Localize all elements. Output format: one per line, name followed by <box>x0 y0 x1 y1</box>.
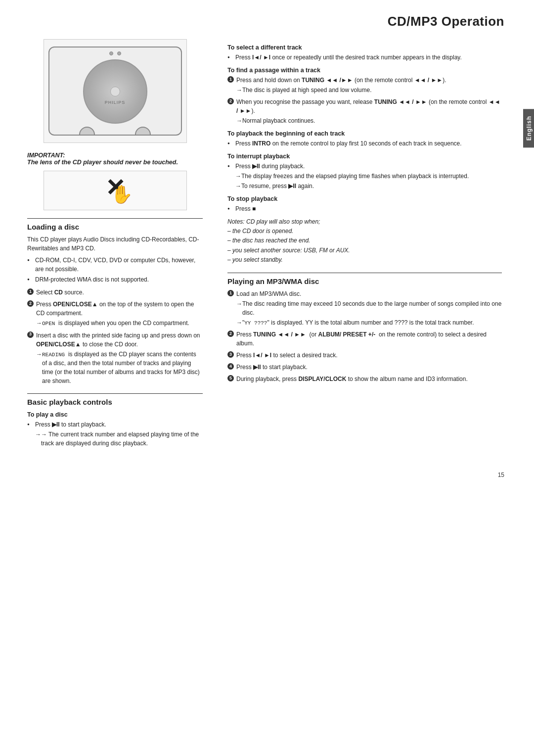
hand-icon: ✋ <box>111 184 133 205</box>
cd-dot-2 <box>117 51 121 55</box>
note-item: – you select standby. <box>227 255 502 265</box>
touch-warning-image: ✕ ✋ <box>44 171 187 210</box>
arrow-note: READING is displayed as the CD player sc… <box>36 350 203 386</box>
arrow-note: The disc is played at high speed and low… <box>236 86 502 94</box>
interrupt-playback-bullets: Press ▶II during playback. The display f… <box>227 162 502 190</box>
loading-disc-bullets: CD-ROM, CD-I, CDV, VCD, DVD or computer … <box>27 256 203 284</box>
note-item: – the disc has reached the end. <box>227 236 502 245</box>
list-item: 4 Press ▶II to start playback. <box>227 363 502 372</box>
select-track-title: To select a different track <box>227 44 502 51</box>
step-badge: 2 <box>227 331 234 337</box>
language-tab: English <box>523 109 534 147</box>
playback-beginning-title: To playback the beginning of each track <box>227 130 502 137</box>
list-item: CD-ROM, CD-I, CDV, VCD, DVD or computer … <box>27 256 203 274</box>
left-column: PHILIPS IMPORTANT: The lens of the CD pl… <box>0 34 218 467</box>
page-title: CD/MP3 Operation <box>0 0 534 34</box>
step-badge-1: 1 <box>27 288 34 295</box>
stop-playback-title: To stop playback <box>227 195 502 202</box>
important-box: IMPORTANT: The lens of the CD player sho… <box>27 152 203 166</box>
find-passage-steps: 1 Press and hold down on TUNING ◄◄ /►► (… <box>227 76 502 125</box>
select-track-bullets: Press I◄/ ►I once or repeatedly until th… <box>227 53 502 62</box>
list-item: 2 When you recognise the passage you wan… <box>227 97 502 125</box>
step-badge: 1 <box>227 290 234 296</box>
divider-mp3 <box>227 273 502 273</box>
cd-player-image: PHILIPS <box>44 39 187 143</box>
notes-title: Notes: CD play will also stop when; <box>227 217 502 227</box>
list-item: Press ■ <box>227 204 502 213</box>
arrow-note: The display freezes and the elapsed play… <box>235 172 502 181</box>
step-badge: 4 <box>227 363 234 370</box>
note-item: – you select another source: USB, FM or … <box>227 246 502 255</box>
list-item: Press I◄/ ►I once or repeatedly until th… <box>227 53 502 62</box>
page-number: 15 <box>0 467 534 478</box>
divider-loading <box>27 218 203 219</box>
loading-disc-title: Loading a disc <box>27 223 203 231</box>
cd-disc-inner <box>110 87 120 96</box>
mp3-steps: 1 Load an MP3/WMA disc. The disc reading… <box>227 289 502 384</box>
step-badge: 5 <box>227 375 234 381</box>
step-badge-2: 2 <box>27 300 34 307</box>
loading-disc-steps: 1 Select CD source. 2 Press OPEN/CLOSE▲ … <box>27 288 203 385</box>
to-play-bullets: Press ▶II to start playback. → The curre… <box>27 420 203 448</box>
list-item: 1 Select CD source. <box>27 288 203 297</box>
cd-disc <box>83 59 147 124</box>
list-item: 1 Press and hold down on TUNING ◄◄ /►► (… <box>227 76 502 94</box>
interrupt-playback-title: To interrupt playback <box>227 153 502 160</box>
cd-dot-1 <box>109 51 113 55</box>
arrow-note: Normal playback continues. <box>236 116 502 125</box>
important-text: The lens of the CD player should never b… <box>27 159 203 166</box>
step-badge: 2 <box>227 98 234 104</box>
mp3-wma-title: Playing an MP3/WMA disc <box>227 277 502 285</box>
playback-beginning-bullets: Press INTRO on the remote control to pla… <box>227 139 502 148</box>
cd-knob-right <box>135 127 151 136</box>
important-label: IMPORTANT: <box>27 152 203 159</box>
notes-block: Notes: CD play will also stop when; – th… <box>227 217 502 265</box>
list-item: 3 Insert a disc with the printed side fa… <box>27 331 203 386</box>
list-item: Press ▶II during playback. The display f… <box>227 162 502 190</box>
cd-brand-label: PHILIPS <box>105 100 126 105</box>
arrow-note: The disc reading time may exceed 10 seco… <box>236 299 502 317</box>
list-item: 3 Press I◄/ ►I to select a desired track… <box>227 351 502 360</box>
list-item: Press INTRO on the remote control to pla… <box>227 139 502 148</box>
list-item: 1 Load an MP3/WMA disc. The disc reading… <box>227 289 502 328</box>
list-item: DRM-protected WMA disc is not supported. <box>27 275 203 284</box>
arrow-note: → The current track number and elapsed p… <box>35 430 203 448</box>
list-item: 2 Press OPEN/CLOSE▲ on the top of the sy… <box>27 300 203 328</box>
arrow-note: "YY ????" is displayed. YY is the total … <box>236 318 502 328</box>
list-item: 2 Press TUNING ◄◄ / ►► (or ALBUM/ PRESET… <box>227 330 502 348</box>
step-badge: 3 <box>227 351 234 358</box>
step-badge-3: 3 <box>27 331 34 338</box>
stop-playback-bullets: Press ■ <box>227 204 502 213</box>
cd-bottom-controls <box>49 124 181 136</box>
list-item: Press ▶II to start playback. → The curre… <box>27 420 203 448</box>
arrow-note: To resume, press ▶II again. <box>235 182 502 190</box>
note-item: – the CD door is opened. <box>227 227 502 236</box>
cd-knob-left <box>79 127 95 136</box>
right-column: To select a different track Press I◄/ ►I… <box>218 34 534 467</box>
to-play-disc-title: To play a disc <box>27 411 203 418</box>
find-passage-title: To find a passage within a track <box>227 67 502 74</box>
arrow-note: OPEN is displayed when you open the CD c… <box>36 319 203 328</box>
step-badge: 1 <box>227 76 234 83</box>
basic-playback-title: Basic playback controls <box>27 398 203 406</box>
divider-basic <box>27 393 203 394</box>
list-item: 5 During playback, press DISPLAY/CLOCK t… <box>227 375 502 383</box>
loading-disc-body: This CD player plays Audio Discs includi… <box>27 235 203 253</box>
